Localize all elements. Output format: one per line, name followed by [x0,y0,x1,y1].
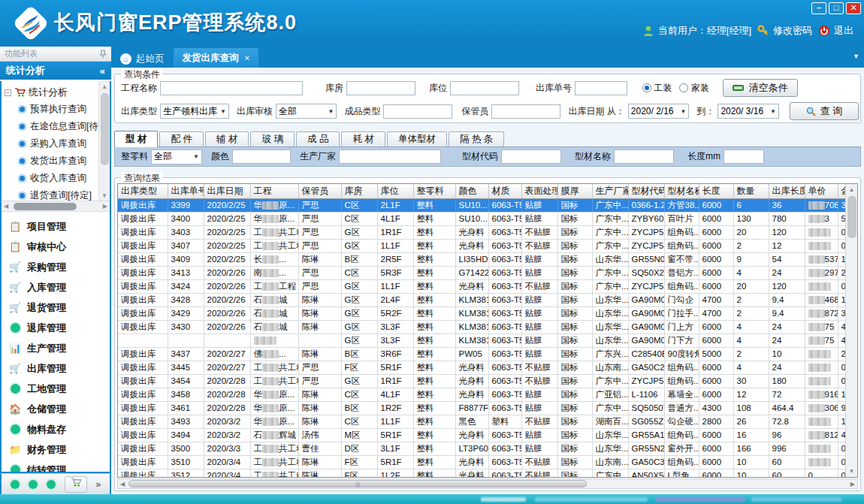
query-button[interactable]: 查 询 [790,102,859,120]
whole-part-select[interactable]: 全部▼ [151,149,202,164]
pin-icon[interactable] [99,50,107,59]
table-row[interactable]: 调拨出库34072020/2/25工共工程严思G区1L1F整料光身料6063-T… [118,239,856,252]
table-row[interactable]: G区3L3F整料KLM38176063-T5贴膜国标山东华...GA90M09.… [118,333,856,347]
material-tab-辅材[interactable]: 辅 材 [205,131,249,146]
close-button[interactable]: ✕ [846,2,861,14]
manufacturer-input[interactable] [339,149,441,164]
column-header[interactable]: 库位 [377,184,413,198]
tree-item[interactable]: 预算执行查询 [5,101,93,118]
table-row[interactable]: 调拨出库34932020/3/2华原...陈琳C区1L1F整料黑色塑料不贴膜国标… [118,415,856,428]
length-input[interactable] [724,149,764,164]
date-from-select[interactable]: 2020/ 2/16▼ [628,104,690,119]
maximize-button[interactable]: □ [829,2,844,14]
module-cart-button[interactable] [65,476,87,493]
color-input[interactable] [232,149,291,164]
table-row[interactable]: 调拨出库34372020/2/27佛...陈琳B区3R6F整料PW056063-… [118,347,856,361]
tree-horizontal-scrollbar[interactable]: ◀ ▶ [2,201,110,212]
column-header[interactable]: 表面处理 [521,184,557,198]
table-row[interactable]: 调拨出库34242020/2/26工工程严思G区1L1F整料光身料6063-T5… [118,279,856,293]
column-header[interactable]: 膜厚 [557,184,592,198]
radio-gongzhuang[interactable]: 工装 [642,82,672,95]
table-row[interactable]: 调拨出库34032020/2/25工共工程严思G区1R1F整料光身料6063-T… [118,225,856,239]
tree-item[interactable]: 采购入库查询 [5,135,93,152]
change-password-button[interactable]: 修改密码 [757,24,812,38]
scroll-right-icon[interactable]: ▶ [850,479,855,489]
table-row[interactable]: 调拨出库33992020/2/25华原...严思C区2L1F整料SU10...6… [118,198,856,212]
column-header[interactable]: 库房 [341,184,377,198]
location-input[interactable] [450,81,519,95]
material-tab-成品[interactable]: 成 品 [296,131,340,146]
tree-item[interactable]: 退货查询[待定] [5,187,93,201]
sidebar-item-入库管理[interactable]: 🛒入库管理 [2,277,110,297]
sidebar-item-物料盘存[interactable]: 物料盘存 [2,419,110,439]
column-header[interactable]: 长度 [699,184,733,198]
audit-select[interactable]: 全部▼ [276,104,337,119]
column-header[interactable]: 出库长度 [769,184,805,198]
tree-expander-icon[interactable]: − [5,89,11,96]
sidebar-item-生产管理[interactable]: 📊生产管理 [2,338,110,358]
module-dot-icon[interactable] [29,480,38,489]
tab-close-icon[interactable]: × [245,53,249,62]
material-tab-耗材[interactable]: 耗 材 [341,131,385,146]
date-to-select[interactable]: 2020/ 3/16▼ [717,104,779,119]
sidebar-item-退库管理[interactable]: 退库管理 [2,318,110,338]
minimize-button[interactable]: – [811,2,826,14]
sidebar-item-工地管理[interactable]: 工地管理 [2,379,110,399]
sidebar-item-退货管理[interactable]: 🛒退货管理 [2,297,110,318]
column-header[interactable]: 出库单号 [168,184,204,198]
scroll-up-icon[interactable]: ▲ [99,81,110,92]
table-row[interactable]: 调拨出库34942020/3/2石辉城汤伟M区5R1F整料光身料6063-T5贴… [118,428,856,442]
sidebar-item-仓储管理[interactable]: 🏠仓储管理 [2,399,110,419]
material-tab-单体型材[interactable]: 单体型材 [387,131,447,146]
sidebar-item-财务管理[interactable]: 📁财务管理 [2,439,110,460]
project-name-input[interactable] [160,81,303,95]
logout-button[interactable]: 退出 [818,24,853,38]
sidebar-item-结转管理[interactable]: 结转管理 [2,460,110,473]
scroll-left-icon[interactable]: ◀ [4,201,8,212]
scroll-right-icon[interactable]: ▶ [103,201,107,212]
tree-root-statistics[interactable]: − 统计分析 [5,84,93,101]
tab-shipment-outbound-query[interactable]: 发货出库查询 × [174,48,258,68]
column-header[interactable]: 出库类型 [118,184,168,198]
tree-item[interactable]: 在途信息查询[待 [5,118,93,135]
more-modules-chevron[interactable]: » [95,479,101,490]
column-header[interactable]: 材质 [488,184,521,198]
table-row[interactable]: 调拨出库34452020/2/27工共工程严思F区5R1F整料光身料6063-T… [118,361,856,374]
column-header[interactable]: 工程 [250,184,298,198]
product-type-input[interactable] [383,104,452,119]
profile-name-input[interactable] [614,149,674,164]
radio-jiazhuang[interactable]: 家装 [679,82,708,95]
sidebar-item-出库管理[interactable]: 🛒出库管理 [2,358,110,379]
table-row[interactable]: 调拨出库34092020/2/25长...陈琳B区2R5F整料LI35HD606… [118,252,856,266]
table-row[interactable]: 调拨出库35122020/3/4工共工程陈琳F区1L2F整料光身料6063-T5… [118,469,856,478]
module-dot-icon[interactable] [47,480,56,489]
table-row[interactable]: 调拨出库34002020/2/25华原...严思C区4L1F整料SU10...6… [118,212,856,225]
scroll-down-icon[interactable]: ▼ [846,466,857,477]
column-header[interactable]: 单价 [805,184,838,198]
table-row[interactable]: 调拨出库34582020/2/28华原...陈琳C区4L1F整料光身料6063-… [118,388,856,401]
table-horizontal-scrollbar[interactable]: ◀ ||| ▶ [117,478,858,489]
tab-list-dropdown-icon[interactable]: ▼ [853,53,859,60]
warehouse-input[interactable] [346,81,415,95]
out-type-select[interactable]: 生产领料出库▼ [160,104,229,119]
column-header[interactable]: 生产厂家 [592,184,628,198]
column-header[interactable]: 数量 [733,184,769,198]
column-header[interactable]: 型材名称 [664,184,699,198]
sidebar-item-审核中心[interactable]: 📋审核中心 [2,237,110,257]
collapse-icon[interactable]: « [100,65,105,77]
table-row[interactable]: 调拨出库34612020/2/28华原...陈琳B区1R2F整料F8877FT6… [118,401,856,415]
table-row[interactable]: 调拨出库34542020/2/28工共工程严思G区1R1F整料光身料6063-T… [118,374,856,388]
column-header[interactable]: 出库日期 [204,184,250,198]
table-vertical-scrollbar[interactable]: ▲ ▼ [845,184,857,477]
tree-item[interactable]: 收货入库查询 [5,170,93,187]
scroll-down-icon[interactable]: ▼ [99,190,110,201]
material-tab-配件[interactable]: 配 件 [159,131,203,146]
scroll-left-icon[interactable]: ◀ [120,479,125,489]
material-tab-玻璃[interactable]: 玻 璃 [250,131,294,146]
column-header[interactable]: 保管员 [298,184,341,198]
order-no-input[interactable] [575,81,627,95]
tree-vertical-scrollbar[interactable]: ▲ ▼ [98,81,110,201]
sidebar-group-statistics[interactable]: 统计分析 « [0,62,111,80]
tree-item[interactable]: 发货出库查询 [5,152,93,170]
table-row[interactable]: 调拨出库34302020/2/26石城陈琳G区3L3F整料KLM38176063… [118,320,856,333]
